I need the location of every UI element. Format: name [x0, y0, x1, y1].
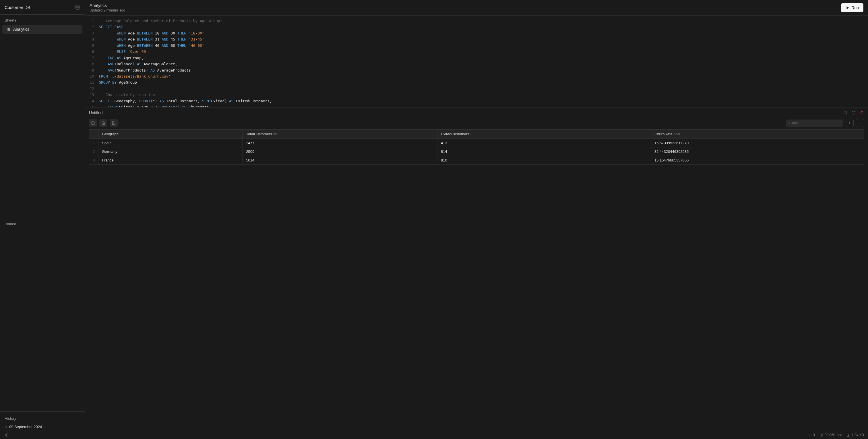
next-button[interactable]	[856, 119, 864, 127]
file-icon	[7, 27, 11, 31]
run-button[interactable]: Run	[841, 3, 863, 12]
file-upload-icon	[112, 121, 116, 125]
trash-icon[interactable]	[860, 111, 864, 115]
chevron-right-icon	[858, 121, 862, 125]
column-header[interactable]: ExitedCustomersu...	[437, 129, 651, 139]
code-editor[interactable]: 123456789101112131415 -- Average Balance…	[85, 16, 868, 108]
table-cell: 2477	[243, 139, 437, 147]
status-time: 00.060 sec	[819, 433, 842, 437]
download-icon	[846, 433, 850, 437]
sidebar-item-label: Analytics	[13, 27, 29, 32]
run-button-label: Run	[851, 5, 859, 10]
sidebar-item-analytics[interactable]: Analytics	[2, 25, 82, 34]
status-size: 1.04 KB	[846, 433, 864, 437]
table-row[interactable]: 1Spain247741316.67339523617279	[89, 139, 864, 147]
sidebar: Customer DB Sheets Analytics Pinned Hist…	[0, 0, 85, 431]
bookmark-icon[interactable]	[843, 111, 847, 115]
prev-button[interactable]	[846, 119, 854, 127]
sidebar-header: Customer DB	[0, 0, 85, 14]
table-cell: France	[98, 156, 243, 165]
export-button-3[interactable]	[110, 119, 118, 127]
find-wrapper[interactable]	[786, 119, 843, 127]
column-header[interactable]: ChurnRatefloat	[651, 129, 864, 139]
results-title: Untitled	[89, 110, 102, 115]
column-header[interactable]: Geograph...	[98, 129, 243, 139]
results-header: Untitled	[85, 108, 868, 118]
table-cell: Germany	[98, 147, 243, 156]
table-cell: 32.44320446392985	[651, 147, 864, 156]
play-icon	[846, 6, 849, 10]
pinned-section-label: Pinned	[0, 217, 85, 228]
svg-point-2	[5, 434, 7, 436]
table-cell: Spain	[98, 139, 243, 147]
table-row[interactable]: 3France501481016.15476665337056	[89, 156, 864, 165]
table-cell: 413	[437, 139, 651, 147]
table-cell: 5014	[243, 156, 437, 165]
find-input[interactable]	[792, 121, 840, 125]
svg-point-1	[789, 122, 790, 123]
column-header[interactable]: TotalCustomersint	[243, 129, 437, 139]
main-header: Analytics Updated 2 minutes ago Run	[85, 0, 868, 16]
status-time-unit: sec	[837, 433, 842, 437]
search-icon	[789, 121, 790, 125]
page-subtitle: Updated 2 minutes ago	[90, 8, 125, 12]
table-row[interactable]: 2Germany250981432.44320446392985	[89, 147, 864, 156]
status-size-value: 1.04 KB	[851, 433, 864, 437]
status-rows: 3	[808, 433, 815, 437]
svg-point-0	[76, 5, 79, 7]
results-table-wrapper: Geograph...TotalCustomersintExitedCustom…	[85, 129, 868, 431]
file-icon	[91, 121, 95, 125]
editor-code[interactable]: -- Average Balance and Number of Product…	[99, 18, 868, 105]
clock-icon	[819, 433, 823, 437]
table-cell: 814	[437, 147, 651, 156]
table-cell: 16.67339523617279	[651, 139, 864, 147]
main: Analytics Updated 2 minutes ago Run 1234…	[85, 0, 868, 431]
export-button-1[interactable]	[89, 119, 97, 127]
history-item-label: 09 September 2024	[9, 425, 42, 429]
editor-gutter: 123456789101112131415	[85, 18, 99, 105]
history-item[interactable]: 09 September 2024	[0, 423, 85, 431]
status-rows-value: 3	[813, 433, 815, 437]
page-title: Analytics	[90, 3, 125, 8]
refresh-icon[interactable]	[851, 111, 856, 115]
sheets-section-label: Sheets	[0, 14, 85, 25]
results-toolbar	[85, 118, 868, 129]
export-button-2[interactable]	[99, 119, 107, 127]
results-table: Geograph...TotalCustomersintExitedCustom…	[89, 129, 864, 165]
file-download-icon	[101, 121, 105, 125]
rows-icon	[808, 433, 811, 437]
theme-toggle-icon[interactable]	[4, 433, 9, 437]
database-icon[interactable]	[75, 5, 80, 10]
table-header-row: Geograph...TotalCustomersintExitedCustom…	[89, 129, 864, 139]
table-cell: 2509	[243, 147, 437, 156]
chevron-left-icon	[848, 121, 851, 125]
statusbar: 3 00.060 sec 1.04 KB	[0, 431, 868, 439]
chevron-right-icon	[5, 426, 7, 428]
table-cell: 16.15476665337056	[651, 156, 864, 165]
status-time-value: 00.060	[825, 433, 835, 437]
table-cell: 810	[437, 156, 651, 165]
table-body: 1Spain247741316.673395236172792Germany25…	[89, 139, 864, 165]
history-section-label: History	[0, 411, 85, 423]
db-name: Customer DB	[5, 5, 30, 10]
